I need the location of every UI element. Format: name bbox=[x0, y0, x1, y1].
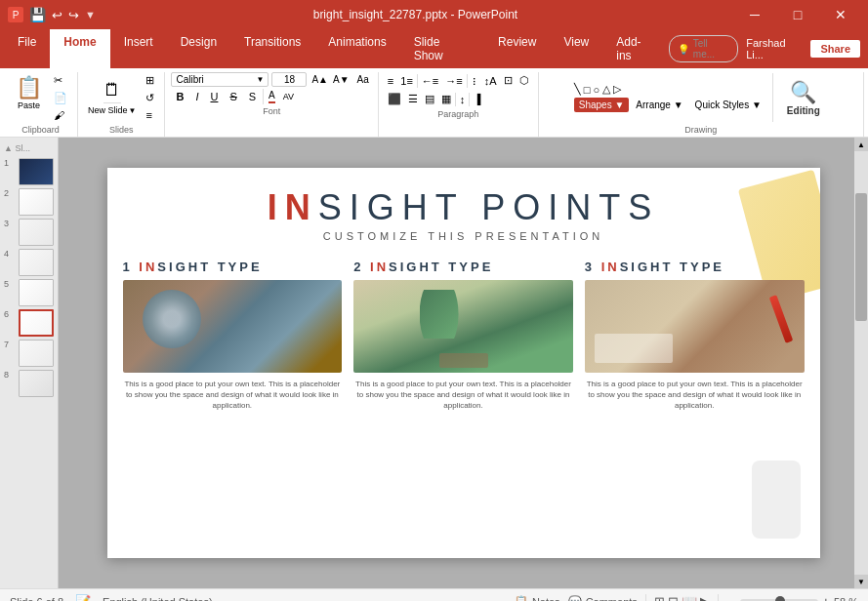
scroll-thumb[interactable] bbox=[855, 193, 867, 320]
decrease-font-btn[interactable]: A▼ bbox=[331, 73, 351, 86]
shape-1[interactable]: ╲ bbox=[574, 83, 581, 96]
decrease-indent-btn[interactable]: ←≡ bbox=[419, 73, 441, 89]
username-label: Farshad Li... bbox=[746, 37, 803, 60]
comments-btn[interactable]: 💬 Comments bbox=[568, 595, 638, 601]
zoom-thumb[interactable] bbox=[775, 596, 785, 602]
tab-insert[interactable]: Insert bbox=[110, 29, 167, 68]
slide-col-1: 1 INSIGHT TYPE This is a good place to p… bbox=[123, 260, 343, 412]
quick-styles-btn[interactable]: Quick Styles ▼ bbox=[690, 98, 766, 112]
tab-review[interactable]: Review bbox=[484, 29, 550, 68]
view-controls: ⊞ ⊟ 📖 ▶ bbox=[654, 594, 710, 601]
tab-file[interactable]: File bbox=[4, 29, 50, 68]
section-btn[interactable]: ≡ bbox=[142, 107, 158, 123]
undo-btn[interactable]: ↩ bbox=[52, 8, 62, 22]
font-family-dropdown[interactable]: Calibri▼ bbox=[171, 72, 269, 87]
main-area: ▲ Sl... 1 2 3 4 5 6 7 8 bbox=[0, 138, 868, 588]
tell-me-input[interactable]: 💡 Tell me... bbox=[669, 35, 738, 62]
slide-title-main: INSIGHT POINTS bbox=[107, 187, 820, 228]
shape-4[interactable]: △ bbox=[602, 83, 610, 96]
col-3-in: IN bbox=[601, 260, 620, 274]
shadow-btn[interactable]: S bbox=[244, 89, 261, 104]
title-rest: SIGHT POINTS bbox=[318, 187, 659, 227]
justify-btn[interactable]: ▦ bbox=[438, 91, 454, 107]
reset-btn[interactable]: ↺ bbox=[142, 90, 158, 106]
slide-thumb-5[interactable]: 5 bbox=[4, 279, 54, 306]
slide-sorter-btn[interactable]: ⊟ bbox=[668, 594, 679, 601]
tab-addins[interactable]: Add-ins bbox=[602, 29, 669, 68]
tab-transitions[interactable]: Transitions bbox=[230, 29, 314, 68]
slide-canvas: INSIGHT POINTS CUSTOMIZE THIS PRESENTATI… bbox=[107, 168, 820, 558]
slide-thumb-6[interactable]: 6 bbox=[4, 309, 54, 337]
restore-btn[interactable]: □ bbox=[778, 0, 817, 29]
plant-image bbox=[353, 280, 573, 373]
new-slide-btn[interactable]: 🗒 New Slide ▼ bbox=[84, 78, 140, 117]
minimize-btn[interactable]: ─ bbox=[735, 0, 774, 29]
shape-3[interactable]: ○ bbox=[593, 84, 599, 96]
increase-font-btn[interactable]: A▲ bbox=[310, 73, 330, 86]
italic-btn[interactable]: I bbox=[190, 89, 203, 104]
close-btn[interactable]: ✕ bbox=[821, 0, 860, 29]
tab-slideshow[interactable]: Slide Show bbox=[400, 29, 484, 68]
bold-btn[interactable]: B bbox=[171, 89, 188, 104]
scroll-up-btn[interactable]: ▲ bbox=[854, 138, 868, 151]
cut-btn[interactable]: ✂ bbox=[50, 73, 71, 88]
shape-5[interactable]: ▷ bbox=[613, 83, 621, 96]
reading-view-btn[interactable]: 📖 bbox=[682, 594, 697, 601]
slide-thumb-4[interactable]: 4 bbox=[4, 249, 54, 276]
char-spacing-btn[interactable]: AV bbox=[280, 91, 297, 102]
slide-title: INSIGHT POINTS CUSTOMIZE THIS PRESENTATI… bbox=[107, 187, 820, 242]
slide-thumb-1[interactable]: 1 bbox=[4, 158, 54, 185]
slide-thumb-8[interactable]: 8 bbox=[4, 370, 54, 397]
align-center-btn[interactable]: ☰ bbox=[405, 91, 421, 107]
status-right: 📋 Notes 💬 Comments ⊞ ⊟ 📖 ▶ ─ + 58 % bbox=[515, 594, 858, 602]
status-left: Slide 6 of 8 📝 English (United States) bbox=[10, 594, 213, 601]
notes-btn[interactable]: 📋 Notes bbox=[515, 595, 560, 601]
zoom-in-btn[interactable]: + bbox=[822, 594, 830, 602]
layout-btn[interactable]: ⊞ bbox=[142, 72, 158, 89]
notes-label: Notes bbox=[532, 596, 560, 602]
shapes-btn[interactable]: Shapes ▼ bbox=[574, 98, 630, 112]
scroll-down-btn[interactable]: ▼ bbox=[854, 575, 868, 588]
notes-icon: 📋 bbox=[515, 595, 528, 601]
line-spacing-btn[interactable]: ↕ bbox=[457, 92, 469, 107]
underline-btn[interactable]: U bbox=[205, 89, 223, 104]
slideshow-view-btn[interactable]: ▶ bbox=[700, 594, 710, 601]
redo-btn[interactable]: ↪ bbox=[68, 8, 79, 22]
slide-status-icon[interactable]: 📝 bbox=[75, 594, 91, 601]
strikethrough-btn[interactable]: S bbox=[225, 89, 241, 104]
columns-btn[interactable]: ▐ bbox=[471, 92, 483, 106]
font-size-input[interactable]: 18 bbox=[271, 72, 307, 87]
bullets-btn[interactable]: ≡ bbox=[385, 73, 396, 89]
convert-smartart-btn[interactable]: ⬡ bbox=[517, 72, 532, 89]
quick-save[interactable]: 💾 bbox=[29, 7, 46, 22]
increase-indent-btn[interactable]: →≡ bbox=[442, 73, 465, 89]
tab-animations[interactable]: Animations bbox=[314, 29, 399, 68]
canvas-area[interactable]: INSIGHT POINTS CUSTOMIZE THIS PRESENTATI… bbox=[59, 138, 868, 588]
slides-group: 🗒 New Slide ▼ ⊞ ↺ ≡ Slides bbox=[78, 72, 165, 137]
quick-access-more[interactable]: ▼ bbox=[85, 9, 96, 20]
copy-btn[interactable]: 📄 bbox=[50, 91, 71, 105]
col-1-in: IN bbox=[139, 260, 157, 274]
tab-home[interactable]: Home bbox=[50, 29, 109, 68]
shape-2[interactable]: □ bbox=[584, 84, 591, 96]
text-direction-btn[interactable]: ↕A bbox=[481, 73, 500, 89]
align-text-btn[interactable]: ⊡ bbox=[501, 72, 516, 89]
clear-format-btn[interactable]: Aa bbox=[354, 73, 372, 86]
zoom-out-btn[interactable]: ─ bbox=[726, 594, 736, 602]
slide-thumb-2[interactable]: 2 bbox=[4, 188, 54, 216]
col-options-btn[interactable]: ⫶ bbox=[469, 73, 480, 89]
paste-btn[interactable]: 📋 Paste bbox=[10, 73, 48, 122]
align-right-btn[interactable]: ▤ bbox=[422, 91, 437, 107]
format-painter-btn[interactable]: 🖌 bbox=[50, 108, 71, 122]
slide-thumb-3[interactable]: 3 bbox=[4, 219, 54, 246]
numbering-btn[interactable]: 1≡ bbox=[397, 73, 416, 89]
clipboard-label: Clipboard bbox=[21, 125, 60, 135]
normal-view-btn[interactable]: ⊞ bbox=[654, 594, 665, 601]
share-btn[interactable]: Share bbox=[810, 40, 860, 58]
font-color-btn[interactable]: A bbox=[266, 89, 278, 104]
tab-view[interactable]: View bbox=[550, 29, 602, 68]
slide-thumb-7[interactable]: 7 bbox=[4, 340, 54, 367]
tab-design[interactable]: Design bbox=[167, 29, 230, 68]
arrange-btn[interactable]: Arrange ▼ bbox=[631, 98, 687, 112]
align-left-btn[interactable]: ⬛ bbox=[385, 91, 404, 107]
